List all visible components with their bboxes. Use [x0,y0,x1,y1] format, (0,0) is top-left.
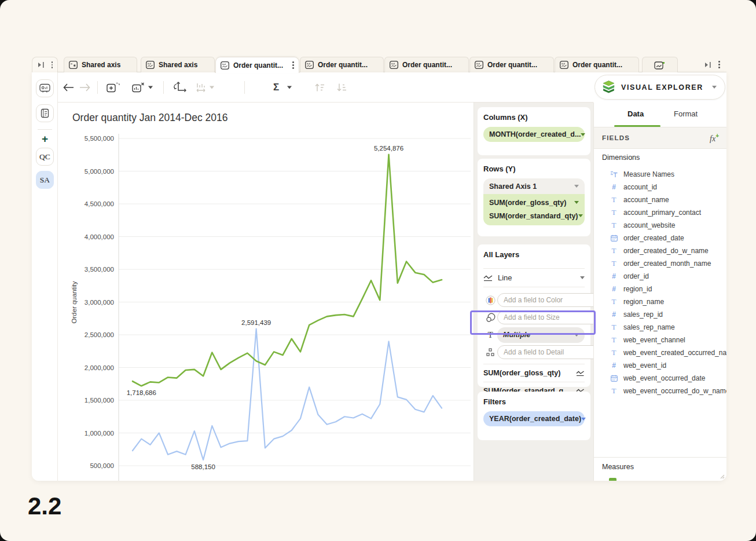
sheet-tab-4[interactable]: Order quantit... [300,57,384,72]
field-item-order-created-date[interactable]: order_created_date [594,232,726,244]
field-caret-icon[interactable] [578,214,583,217]
field-name: web_event_occurred_date [623,374,705,382]
field-name: Measure Names [623,170,674,178]
sheet-tab-5[interactable]: Order quantit... [384,57,469,72]
sheet-tab-6[interactable]: Order quantit... [469,57,554,72]
sheet-tab-1[interactable]: Shared axis [64,57,137,72]
data-label: 2,591,439 [241,319,271,326]
field-item-account-name[interactable]: Taccount_name [594,193,726,206]
field-item-region-name[interactable]: Tregion_name [594,295,726,308]
text-field-dropdown[interactable]: Multiple [497,327,585,343]
back-arrow-icon[interactable] [63,83,75,92]
chart-svg[interactable]: 500,0001,000,0001,500,0002,000,0002,500,… [58,103,474,481]
field-item-account-website[interactable]: Taccount_website [594,219,726,232]
text-encoding-row: T Multiple [483,327,585,342]
field-name: account_primary_contact [623,209,701,217]
field-item-region-id[interactable]: #region_id [594,283,726,295]
aggregate-caret[interactable] [287,86,292,89]
remove-card-caret[interactable] [148,86,153,89]
resize-bars-icon[interactable] [196,82,207,93]
sheet-tab-3[interactable]: Order quantit... [215,57,299,73]
tab-data[interactable]: Data [627,109,644,118]
field-name: region_id [623,285,652,293]
figure-caption: 2.2 [28,492,61,520]
rows-field-pill[interactable]: SUM(order_gloss_qty) [483,196,585,209]
columns-field-label: MONTH(order_created_d... [489,130,581,138]
workbook-badge-sa[interactable]: SA [36,171,54,189]
field-item-sales-rep-id[interactable]: #sales_rep_id [594,308,726,321]
add-formula-icon[interactable]: fx+ [710,133,719,144]
line-mark-icon [483,275,493,282]
data-label: 588,150 [191,463,215,470]
tab-label: Shared axis [82,61,132,69]
swap-axes-icon[interactable] [174,82,186,93]
field-name: account_name [623,196,669,204]
line-mark-icon [576,370,585,376]
aggregate-sigma-icon[interactable]: Σ [273,82,279,93]
field-caret-icon[interactable] [581,418,586,421]
workbook-badge-qc[interactable]: QC [36,148,54,166]
field-caret-icon[interactable] [574,185,579,188]
mark-type-dropdown[interactable]: Line [483,268,585,287]
sort-descending-icon[interactable] [336,83,347,93]
sheet-tab-7[interactable]: Order quantit... [555,57,639,72]
svg-text:2,500,000: 2,500,000 [85,331,114,338]
visual-explorer-label: VISUAL EXPLORER [621,83,712,92]
add-card-icon[interactable] [107,82,120,93]
data-label: 5,254,876 [374,145,403,152]
field-item-web-event-occurred-do-w-name[interactable]: Tweb_event_occurred_do_w_name [594,385,726,397]
shared-axis-fields-group: SUM(order_gloss_qty) SUM(order_standard_… [483,194,585,225]
detail-drop-target[interactable] [497,345,600,359]
field-item-account-primary-contact[interactable]: Taccount_primary_contact [594,206,726,219]
sort-ascending-icon[interactable] [314,83,325,93]
field-item-sales-rep-name[interactable]: Tsales_rep_name [594,321,726,334]
forward-arrow-icon[interactable] [79,83,91,92]
field-item-web-event-created-occurred-na-[interactable]: Tweb_event_created_occurred_na... [594,346,726,359]
field-caret-icon[interactable] [574,201,579,204]
tab-overflow-right-button[interactable] [698,57,726,72]
mark-type-caret-icon[interactable] [580,276,585,279]
field-item-order-created-month-name[interactable]: Torder_created_month_name [594,257,726,270]
visual-explorer-logo-icon [601,80,616,94]
field-name: region_name [623,298,664,306]
dimensions-label: Dimensions [602,153,640,162]
tab-menu-dots-icon [52,61,53,68]
columns-field-pill[interactable]: MONTH(order_created_d... [483,127,585,142]
panel-resize-handle[interactable] [719,473,725,479]
size-drop-target[interactable] [497,310,600,324]
remove-card-icon[interactable] [132,82,145,93]
resize-bars-caret[interactable] [210,86,214,89]
field-item-web-event-channel[interactable]: Tweb_event_channel [594,334,726,346]
visual-explorer-button[interactable]: VISUAL EXPLORER [594,75,725,100]
add-page-button[interactable]: + [32,133,58,145]
mark-type-label: Line [498,273,512,282]
notebook-button[interactable] [36,104,54,122]
tab-menu-icon[interactable] [292,61,294,68]
chart-canvas[interactable]: Order quantity Jan 2014-Dec 2016 Order q… [58,103,474,481]
field-item-account-id[interactable]: #account_id [594,181,726,193]
text-field-caret-icon[interactable] [574,334,579,337]
field-item-order-created-do-w-name[interactable]: Torder_created_do_w_name [594,244,726,257]
visuals-button[interactable] [36,79,54,97]
layer-row-gloss[interactable]: SUM(order_gloss_qty) [483,364,585,382]
svg-text:3,000,000: 3,000,000 [85,299,114,306]
rows-field-pill[interactable]: SUM(order_standard_qty) [483,209,585,222]
add-chart-tab-button[interactable] [642,57,678,72]
sheet-tab-2[interactable]: Shared axis [141,57,215,72]
app-window: + QC SA [32,72,726,481]
filter-field-pill[interactable]: YEAR(order_created_date) [483,411,585,426]
tab-format[interactable]: Format [674,109,698,118]
field-item-order-id[interactable]: #order_id [594,270,726,283]
field-item-web-event-id[interactable]: #web_event_id [594,359,726,372]
svg-text:5,500,000: 5,500,000 [85,135,114,142]
field-item-web-event-occurred-date[interactable]: web_event_occurred_date [594,372,726,385]
tab-overflow-left-button[interactable] [32,57,58,72]
series-line-SUM(order_gloss_qty)[interactable] [133,155,442,386]
field-item-measure-names[interactable]: Measure Names [594,168,726,181]
shared-axis-pill[interactable]: Shared Axis 1 [483,178,585,194]
field-caret-icon[interactable] [581,133,585,136]
color-drop-target[interactable] [497,293,600,307]
detail-encoding-row [483,345,585,360]
chart-sheet-icon [146,61,155,69]
shared-axis-label: Shared Axis 1 [489,182,537,191]
